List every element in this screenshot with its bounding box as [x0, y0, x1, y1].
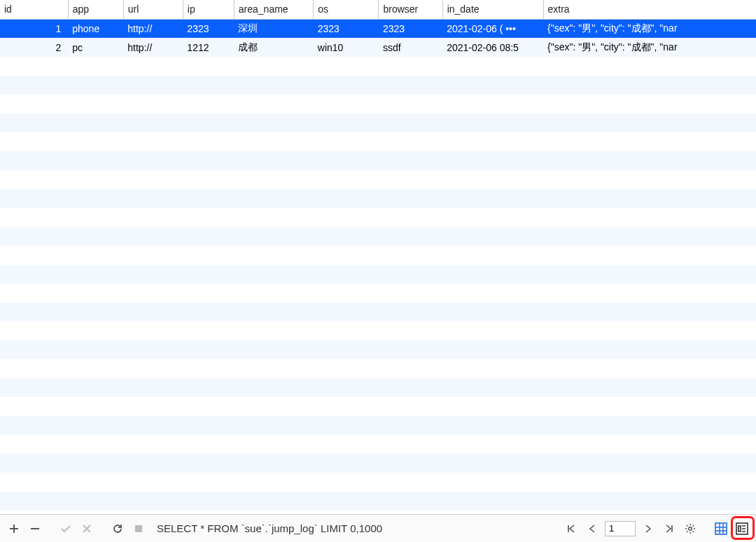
empty-row: [0, 208, 756, 227]
empty-row: [0, 227, 756, 246]
empty-row: [0, 76, 756, 95]
cell[interactable]: phone: [68, 19, 123, 38]
refresh-button[interactable]: [109, 520, 126, 537]
empty-row: [0, 113, 756, 132]
first-page-button[interactable]: [563, 520, 580, 537]
column-header-os[interactable]: os: [314, 0, 379, 19]
result-table: idappurliparea_nameosbrowserin_dateextra…: [0, 0, 756, 510]
result-grid[interactable]: idappurliparea_nameosbrowserin_dateextra…: [0, 0, 756, 514]
empty-row: [0, 284, 756, 303]
table-row[interactable]: 1phonehttp://2323深圳232323232021-02-06 ( …: [0, 19, 756, 38]
cell[interactable]: 成都: [234, 38, 313, 57]
empty-row: [0, 189, 756, 208]
cell[interactable]: pc: [68, 38, 123, 57]
empty-row: [0, 265, 756, 284]
empty-row: [0, 170, 756, 189]
last-page-button[interactable]: [661, 520, 678, 537]
prev-page-button[interactable]: [584, 520, 601, 537]
cell[interactable]: 2323: [379, 19, 442, 38]
cell[interactable]: 1: [0, 19, 68, 38]
cancel-button[interactable]: [78, 520, 95, 537]
cell[interactable]: win10: [314, 38, 379, 57]
cell[interactable]: 2323: [314, 19, 379, 38]
empty-row: [0, 246, 756, 265]
settings-button[interactable]: [682, 520, 699, 537]
cell[interactable]: {"sex": "男", "city": "成都", "nar: [543, 19, 756, 38]
page-number-input[interactable]: [605, 521, 636, 536]
column-header-url[interactable]: url: [123, 0, 183, 19]
form-view-button[interactable]: [734, 520, 750, 537]
table-body: 1phonehttp://2323深圳232323232021-02-06 ( …: [0, 19, 756, 510]
empty-row: [0, 435, 756, 454]
empty-row: [0, 95, 756, 113]
column-header-extra[interactable]: extra: [543, 0, 756, 19]
empty-row: [0, 378, 756, 397]
column-header-app[interactable]: app: [68, 0, 123, 19]
column-header-id[interactable]: id: [0, 0, 68, 19]
empty-row: [0, 397, 756, 416]
svg-rect-0: [31, 528, 39, 529]
empty-row: [0, 416, 756, 435]
grid-view-button[interactable]: [713, 520, 729, 537]
add-row-button[interactable]: [6, 520, 22, 537]
empty-row: [0, 359, 756, 378]
column-header-in_date[interactable]: in_date: [442, 0, 543, 19]
app-root: idappurliparea_nameosbrowserin_dateextra…: [0, 0, 756, 542]
empty-row: [0, 151, 756, 170]
table-header: idappurliparea_nameosbrowserin_dateextra: [0, 0, 756, 19]
cell[interactable]: 2021-02-06 ( •••: [442, 19, 543, 38]
cell[interactable]: 2323: [183, 19, 234, 38]
empty-row: [0, 492, 756, 510]
cell[interactable]: http://: [123, 19, 183, 38]
cell[interactable]: 2: [0, 38, 68, 57]
cell[interactable]: {"sex": "男", "city": "成都", "nar: [543, 38, 756, 57]
column-header-area_name[interactable]: area_name: [234, 0, 313, 19]
empty-row: [0, 321, 756, 340]
column-header-browser[interactable]: browser: [379, 0, 442, 19]
empty-row: [0, 454, 756, 473]
delete-row-button[interactable]: [27, 520, 43, 537]
table-row[interactable]: 2pchttp://1212成都win10ssdf2021-02-06 08:5…: [0, 38, 756, 57]
cell[interactable]: 2021-02-06 08:5: [442, 38, 543, 57]
stop-button[interactable]: [130, 520, 147, 537]
svg-rect-1: [135, 525, 142, 532]
cell[interactable]: 1212: [183, 38, 234, 57]
cell[interactable]: 深圳: [234, 19, 313, 38]
sql-text: SELECT * FROM `sue`.`jump_log` LIMIT 0,1…: [157, 522, 382, 534]
cell[interactable]: ssdf: [379, 38, 442, 57]
svg-point-2: [689, 527, 692, 530]
commit-button[interactable]: [57, 520, 74, 537]
cell[interactable]: http://: [123, 38, 183, 57]
svg-rect-3: [715, 523, 727, 534]
empty-row: [0, 132, 756, 151]
empty-row: [0, 473, 756, 492]
column-header-ip[interactable]: ip: [183, 0, 234, 19]
bottom-toolbar: SELECT * FROM `sue`.`jump_log` LIMIT 0,1…: [0, 514, 756, 542]
empty-row: [0, 57, 756, 76]
empty-row: [0, 340, 756, 359]
empty-row: [0, 303, 756, 321]
next-page-button[interactable]: [640, 520, 657, 537]
